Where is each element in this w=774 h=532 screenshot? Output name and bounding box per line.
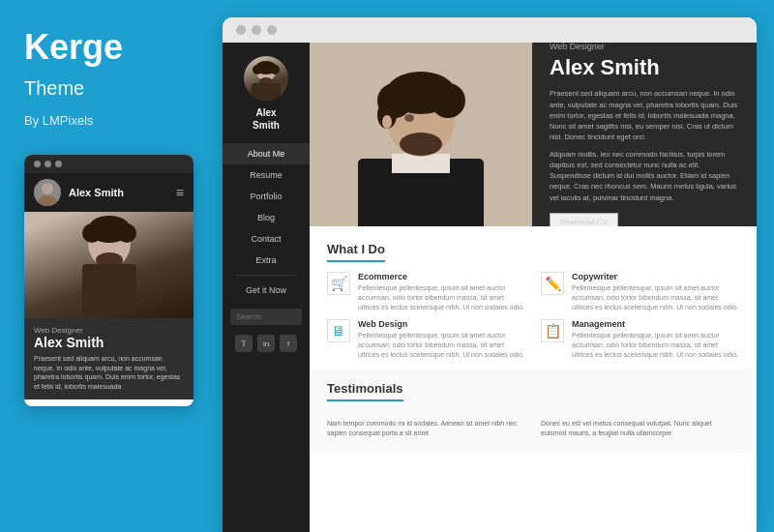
svg-point-5 (117, 223, 136, 243)
svg-point-0 (42, 183, 53, 194)
svg-point-23 (400, 133, 442, 156)
sidebar-nav-about[interactable]: About Me (223, 143, 310, 164)
left-panel: Kerge Theme By LMPixels Alex Smith ≡ (0, 0, 223, 532)
brand-by: By LMPixels (24, 113, 198, 128)
mobile-dot-3 (55, 161, 62, 167)
management-icon: 📋 (541, 319, 564, 342)
ecommerce-icon: 🛒 (327, 272, 350, 295)
svg-point-21 (431, 83, 465, 118)
mobile-name-large: Alex Smith (34, 335, 184, 350)
testimonials-section: Testimonials Nam tempor commodo mi id so… (310, 369, 757, 453)
hero-section: Web Designer Alex Smith Praesent sed ali… (310, 43, 757, 226)
management-desc: Pellentesque pellentesque, ipsum sit ame… (572, 331, 739, 359)
mobile-dot-1 (34, 161, 41, 167)
copywriter-text: Copywriter Pellentesque pellentesque, ip… (572, 272, 739, 311)
facebook-icon[interactable]: f (280, 335, 297, 352)
sidebar-search-input[interactable] (230, 309, 302, 325)
testimonial-item-2: Donec eu est vel metus consequat volutpa… (541, 419, 739, 439)
desktop-top-bar (223, 17, 757, 43)
what-i-do-section: What I Do 🛒 Ecommerce Pellentesque pelle… (310, 226, 757, 369)
hero-paragraph-1: Praesent sed aliquam arcu, non accumsan … (550, 88, 739, 142)
webdesign-icon: 🖥 (327, 319, 350, 342)
hero-role-label: Web Designer (550, 43, 739, 51)
desktop-mockup: AlexSmith About Me Resume Portfolio Blog… (223, 17, 757, 532)
mobile-mockup: Alex Smith ≡ Web Designer Alex Smith Pra… (24, 155, 194, 406)
management-text: Management Pellentesque pellentesque, ip… (572, 319, 739, 359)
sidebar-social-links: 𝕋 in f (235, 335, 297, 352)
svg-point-24 (382, 115, 392, 129)
mobile-hero-image (24, 212, 194, 318)
linkedin-icon[interactable]: in (257, 335, 275, 352)
hero-paragraph-2: Aliquam mollis, leo nec commodo facilisi… (550, 149, 739, 203)
testimonials-grid: Nam tempor commodo mi id sodales. Aenean… (327, 419, 739, 439)
ecommerce-title: Ecommerce (358, 272, 525, 281)
mobile-role: Web Designer (34, 326, 184, 335)
svg-point-10 (253, 65, 262, 74)
sidebar-nav-get-it-now[interactable]: Get it Now (223, 280, 310, 301)
copywriter-title: Copywriter (572, 272, 739, 281)
webdesign-title: Web Design (358, 319, 525, 329)
sidebar-nav-blog[interactable]: Blog (223, 207, 310, 228)
desktop-dot-3 (267, 25, 277, 35)
what-item-ecommerce: 🛒 Ecommerce Pellentesque pellentesque, i… (327, 272, 525, 311)
what-item-webdesign: 🖥 Web Design Pellentesque pellentesque, … (327, 319, 525, 359)
testimonial-item-1: Nam tempor commodo mi id sodales. Aenean… (327, 419, 525, 439)
sidebar-nav-resume[interactable]: Resume (223, 164, 310, 186)
mobile-top-bar (24, 155, 194, 173)
sidebar-profile-name: AlexSmith (253, 106, 280, 132)
what-item-copywriter: ✏️ Copywriter Pellentesque pellentesque,… (541, 272, 739, 311)
testimonials-title: Testimonials (327, 381, 403, 401)
management-title: Management (572, 319, 739, 329)
hero-person-image (310, 43, 532, 226)
brand-title: Kerge (24, 29, 198, 66)
sidebar-nav-extra[interactable]: Extra (223, 250, 310, 271)
hero-info-panel: Web Designer Alex Smith Praesent sed ali… (532, 43, 757, 226)
svg-point-1 (38, 195, 57, 206)
svg-rect-7 (82, 264, 136, 315)
svg-point-4 (82, 223, 102, 243)
mobile-dot-2 (45, 161, 51, 167)
desktop-dot-2 (252, 25, 261, 35)
mobile-header-name: Alex Smith (69, 187, 168, 198)
mobile-person-silhouette (61, 214, 158, 315)
copywriter-icon: ✏️ (541, 272, 564, 295)
sidebar-divider (236, 275, 297, 276)
desktop-main-content: Web Designer Alex Smith Praesent sed ali… (310, 43, 757, 532)
svg-point-11 (270, 65, 280, 74)
mobile-menu-icon[interactable]: ≡ (176, 185, 184, 200)
what-i-do-grid: 🛒 Ecommerce Pellentesque pellentesque, i… (327, 272, 739, 360)
brand-subtitle: Theme (24, 77, 198, 100)
svg-rect-13 (252, 83, 281, 101)
webdesign-text: Web Design Pellentesque pellentesque, ip… (358, 319, 525, 359)
desktop-sidebar: AlexSmith About Me Resume Portfolio Blog… (223, 43, 310, 532)
mobile-header-bar: Alex Smith ≡ (24, 173, 194, 212)
hero-photo (310, 43, 532, 226)
sidebar-nav-portfolio[interactable]: Portfolio (223, 186, 310, 207)
desktop-content: AlexSmith About Me Resume Portfolio Blog… (223, 43, 757, 532)
sidebar-nav-contact[interactable]: Contact (223, 228, 310, 250)
copywriter-desc: Pellentesque pellentesque, ipsum sit ame… (572, 283, 739, 311)
ecommerce-desc: Pellentesque pellentesque, ipsum sit ame… (358, 283, 525, 311)
mobile-description: Praesent sed aliquam arcu, non accumsan … (34, 354, 184, 392)
ecommerce-text: Ecommerce Pellentesque pellentesque, ips… (358, 272, 525, 311)
hero-name-heading: Alex Smith (550, 55, 739, 80)
twitter-icon[interactable]: 𝕋 (235, 335, 253, 352)
desktop-dot-1 (236, 25, 246, 35)
what-i-do-title: What I Do (327, 242, 385, 262)
mobile-window-dots (34, 161, 62, 167)
sidebar-profile-image (244, 56, 288, 101)
mobile-bottom-info: Web Designer Alex Smith Praesent sed ali… (24, 318, 194, 399)
mobile-avatar (34, 179, 61, 206)
webdesign-desc: Pellentesque pellentesque, ipsum sit ame… (358, 331, 525, 359)
what-item-management: 📋 Management Pellentesque pellentesque, … (541, 319, 739, 359)
svg-point-25 (404, 114, 414, 122)
